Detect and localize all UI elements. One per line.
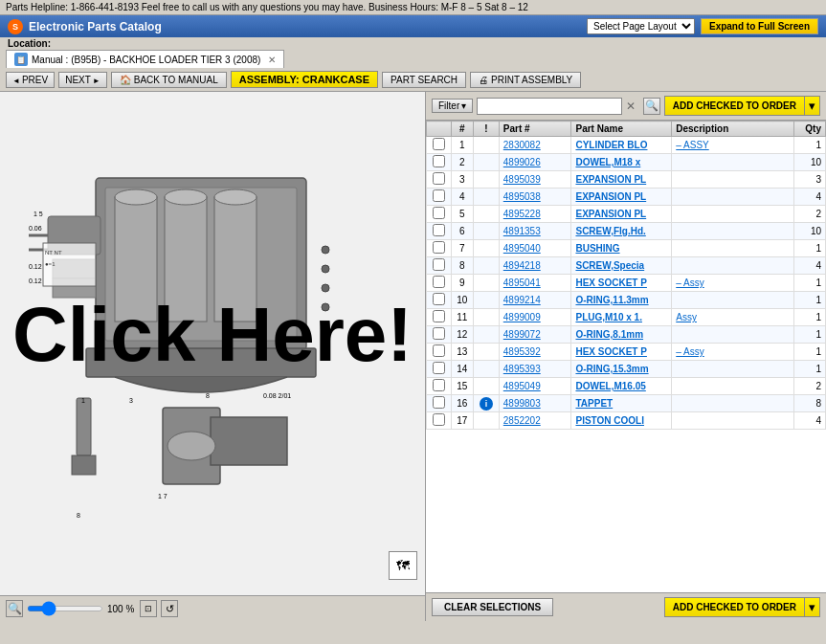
row-checkbox[interactable] — [433, 362, 445, 374]
part-name-link[interactable]: CYLINDER BLO — [575, 140, 647, 150]
filter-input[interactable] — [477, 98, 621, 115]
zoom-refresh-button[interactable]: ↺ — [161, 600, 178, 617]
part-search-button[interactable]: PART SEARCH — [382, 72, 466, 88]
page-map-icon[interactable]: 🗺 — [389, 551, 417, 580]
svg-text:0.12: 0.12 — [29, 263, 42, 270]
filter-button[interactable]: Filter ▾ — [432, 99, 473, 113]
row-checkbox[interactable] — [433, 155, 445, 167]
svg-text:0.12: 0.12 — [29, 278, 42, 284]
engine-diagram: 1 5 0.06 0.12 0.12 0.08 2/01 1 7 — [19, 101, 402, 542]
row-checkbox[interactable] — [433, 379, 445, 391]
part-name-link[interactable]: O-RING,8.1mm — [575, 329, 643, 340]
part-number-link[interactable]: 4895038 — [503, 191, 541, 202]
description-link[interactable]: Assy — [676, 312, 697, 322]
part-name-link[interactable]: EXPANSION PL — [575, 209, 646, 219]
row-checkbox[interactable] — [433, 293, 445, 305]
description-link[interactable]: – Assy — [676, 278, 703, 288]
part-number-link[interactable]: 4895393 — [503, 364, 541, 374]
svg-point-6 — [165, 189, 207, 205]
part-name-link[interactable]: O-RING,11.3mm — [575, 295, 648, 305]
part-number-link[interactable]: 4895040 — [503, 243, 541, 254]
filter-search-button[interactable]: 🔍 — [643, 98, 660, 115]
row-checkbox[interactable] — [433, 258, 445, 271]
row-checkbox[interactable] — [433, 224, 445, 236]
part-name-link[interactable]: EXPANSION PL — [575, 174, 646, 185]
row-number: 1 — [451, 137, 473, 154]
part-number-link[interactable]: 2852202 — [503, 415, 541, 426]
zoom-fit-button[interactable]: ⊡ — [140, 600, 157, 617]
part-name-link[interactable]: EXPANSION PL — [575, 191, 646, 202]
bottom-add-checked-button[interactable]: ADD CHECKED TO ORDER — [664, 597, 805, 617]
table-row: 144895393O-RING,15.3mm1 — [427, 361, 826, 378]
part-number-link[interactable]: 4895041 — [503, 278, 541, 288]
table-row: 84894218SCREW,Specia4 — [427, 257, 826, 275]
expand-fullscreen-button[interactable]: Expand to Full Screen — [701, 18, 818, 34]
part-name-link[interactable]: DOWEL,M18 x — [575, 157, 640, 167]
row-checkbox[interactable] — [433, 276, 445, 288]
manual-tab-close[interactable]: ✕ — [268, 55, 276, 65]
description-link[interactable]: – Assy — [676, 346, 703, 357]
row-checkbox[interactable] — [433, 189, 445, 202]
table-row: 172852202PISTON COOLI4 — [427, 412, 826, 430]
part-number-link[interactable]: 4899803 — [503, 398, 541, 409]
svg-text:8: 8 — [206, 392, 210, 399]
part-name-link[interactable]: HEX SOCKET P — [575, 346, 646, 357]
manual-tab[interactable]: 📋 Manual : (B95B) - BACKHOE LOADER TIER … — [6, 50, 284, 68]
part-number-link[interactable]: 4895039 — [503, 174, 541, 185]
row-checkbox[interactable] — [433, 207, 445, 219]
zoom-out-button[interactable]: 🔍 — [6, 600, 23, 617]
add-checked-dropdown-button[interactable]: ▾ — [805, 96, 820, 116]
svg-rect-3 — [165, 197, 207, 322]
filter-clear-button[interactable]: ✕ — [626, 100, 639, 113]
part-name-link[interactable]: TAPPET — [575, 398, 613, 409]
table-row: 124899072O-RING,8.1mm1 — [427, 326, 826, 344]
row-number: 6 — [451, 223, 473, 240]
svg-point-24 — [167, 432, 215, 460]
assembly-button[interactable]: ASSEMBLY: CRANKCASE — [231, 71, 378, 88]
dropdown-arrow-icon: ▾ — [809, 99, 815, 113]
part-name-link[interactable]: PISTON COOLI — [575, 415, 644, 426]
title-bar: S Electronic Parts Catalog Select Page L… — [0, 15, 826, 37]
part-name-link[interactable]: DOWEL,M16.05 — [575, 381, 645, 391]
table-row: 44895038EXPANSION PL4 — [427, 189, 826, 206]
part-name-link[interactable]: O-RING,15.3mm — [575, 364, 648, 374]
row-checkbox[interactable] — [433, 327, 445, 340]
part-name-link[interactable]: SCREW,Flg.Hd. — [575, 226, 645, 236]
zoom-slider[interactable] — [27, 606, 103, 611]
next-button[interactable]: NEXT — [58, 72, 107, 88]
clear-selections-button[interactable]: CLEAR SELECTIONS — [432, 598, 553, 616]
part-number-link[interactable]: 4895049 — [503, 381, 541, 391]
part-number-link[interactable]: 4895392 — [503, 346, 541, 357]
bottom-add-dropdown-button[interactable]: ▾ — [805, 597, 820, 617]
part-number-link[interactable]: 4895228 — [503, 209, 541, 219]
row-checkbox[interactable] — [433, 396, 445, 409]
description-link[interactable]: – ASSY — [676, 140, 708, 150]
warning-icon[interactable]: i — [480, 397, 493, 411]
part-qty: 1 — [794, 309, 826, 326]
row-checkbox[interactable] — [433, 310, 445, 322]
part-number-link[interactable]: 4899214 — [503, 295, 541, 305]
part-number-link[interactable]: 4899026 — [503, 157, 541, 167]
part-number-link[interactable]: 4899009 — [503, 312, 541, 322]
part-qty: 4 — [794, 257, 826, 275]
part-name-link[interactable]: BUSHING — [575, 243, 619, 254]
row-checkbox[interactable] — [433, 413, 445, 426]
part-number-link[interactable]: 4891353 — [503, 226, 541, 236]
part-description: – Assy — [672, 344, 794, 361]
part-number-link[interactable]: 2830082 — [503, 140, 541, 150]
part-name-link[interactable]: SCREW,Specia — [575, 260, 644, 271]
part-name-link[interactable]: HEX SOCKET P — [575, 278, 646, 288]
add-checked-to-order-button[interactable]: ADD CHECKED TO ORDER — [664, 96, 805, 116]
row-checkbox[interactable] — [433, 344, 445, 357]
part-number-link[interactable]: 4899072 — [503, 329, 541, 340]
part-number-link[interactable]: 4894218 — [503, 260, 541, 271]
part-name-link[interactable]: PLUG,M10 x 1. — [575, 312, 641, 322]
page-layout-select[interactable]: Select Page Layout — [587, 18, 695, 34]
row-checkbox[interactable] — [433, 241, 445, 254]
zoom-percent: 100 % — [107, 604, 136, 614]
print-assembly-button[interactable]: 🖨 PRINT ASSEMBLY — [470, 72, 581, 88]
row-checkbox[interactable] — [433, 172, 445, 185]
prev-button[interactable]: PREV — [6, 72, 55, 88]
back-to-manual-button[interactable]: 🏠 BACK TO MANUAL — [111, 72, 227, 88]
row-checkbox[interactable] — [433, 138, 445, 150]
